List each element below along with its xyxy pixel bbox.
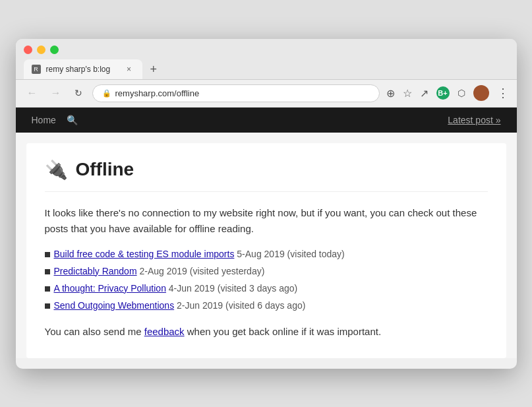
posts-list: Build free code & testing ES module impo… [45,249,488,311]
close-button[interactable] [24,46,32,54]
post-meta-1: 5-Aug 2019 (visited today) [237,249,344,259]
page-content: Home 🔍 Latest post » 🔌 Offline It looks … [16,108,517,358]
avatar[interactable] [473,85,489,101]
bullet-icon [45,303,50,309]
plug-icon: 🔌 [45,159,68,181]
bullet-icon [45,269,50,274]
tabs-row: R remy sharp's b:log × + [24,59,509,79]
list-item: Predictably Random 2-Aug 2019 (visited y… [45,266,488,276]
title-bar: R remy sharp's b:log × + [16,39,517,80]
nav-right: Latest post » [448,114,500,126]
footer-after: when you get back online if it was impor… [185,326,382,337]
home-link[interactable]: Home [32,115,56,125]
list-item: A thought: Privacy Pollution 4-Jun 2019 … [45,283,488,294]
page-header: 🔌 Offline [45,159,488,192]
bullet-icon [45,252,50,257]
intro-text: It looks like there's no connection to m… [45,205,488,237]
main-content: 🔌 Offline It looks like there's no conne… [26,143,506,358]
add-icon[interactable]: ⊕ [386,87,395,100]
address-bar: ← → ↻ 🔒 remysharp.com/offline ⊕ ☆ ↗ B+ ⬡… [16,80,517,108]
post-link-3[interactable]: A thought: Privacy Pollution [54,283,166,294]
browser-window: R remy sharp's b:log × + ← → ↻ 🔒 remysha… [16,39,517,369]
list-item: Build free code & testing ES module impo… [45,249,488,259]
post-link-1[interactable]: Build free code & testing ES module impo… [54,249,235,259]
url-text: remysharp.com/offline [115,88,200,98]
cast-icon[interactable]: ⬡ [458,88,465,98]
minimize-button[interactable] [37,46,45,54]
bullet-icon [45,286,50,292]
post-link-4[interactable]: Send Outgoing Webmentions [54,300,175,311]
search-icon[interactable]: 🔍 [67,115,78,125]
post-meta-3: 4-Jun 2019 (visited 3 days ago) [169,283,297,294]
tab-close-button[interactable]: × [124,64,134,75]
toolbar-icons: ⊕ ☆ ↗ B+ ⬡ ⋮ [386,85,509,101]
refresh-button[interactable]: ↻ [71,86,86,100]
url-bar[interactable]: 🔒 remysharp.com/offline [92,84,380,102]
post-meta-4: 2-Jun 2019 (visited 6 days ago) [177,300,305,311]
cursor-icon[interactable]: ↗ [420,87,429,100]
window-controls [24,46,509,54]
post-meta-2: 2-Aug 2019 (visited yesterday) [139,266,264,276]
footer-before: You can also send me [45,326,144,337]
maximize-button[interactable] [50,46,59,54]
feedback-link[interactable]: feedback [144,326,185,337]
tab-title: remy sharp's b:log [46,65,119,74]
active-tab[interactable]: R remy sharp's b:log × [24,59,142,79]
tab-favicon: R [32,65,41,74]
back-button[interactable]: ← [24,86,41,100]
footer-text: You can also send me feedback when you g… [45,324,488,340]
post-link-2[interactable]: Predictably Random [54,266,137,276]
lock-icon: 🔒 [102,89,111,98]
new-tab-button[interactable]: + [145,60,163,79]
site-nav: Home 🔍 Latest post » [16,108,517,133]
latest-post-link[interactable]: Latest post » [448,115,500,125]
menu-icon[interactable]: ⋮ [497,86,509,100]
list-item: Send Outgoing Webmentions 2-Jun 2019 (vi… [45,300,488,311]
star-icon[interactable]: ☆ [403,87,412,100]
forward-button[interactable]: → [47,86,65,100]
page-title: Offline [76,159,134,180]
extension-badge[interactable]: B+ [436,86,450,100]
nav-left: Home 🔍 [32,115,78,125]
